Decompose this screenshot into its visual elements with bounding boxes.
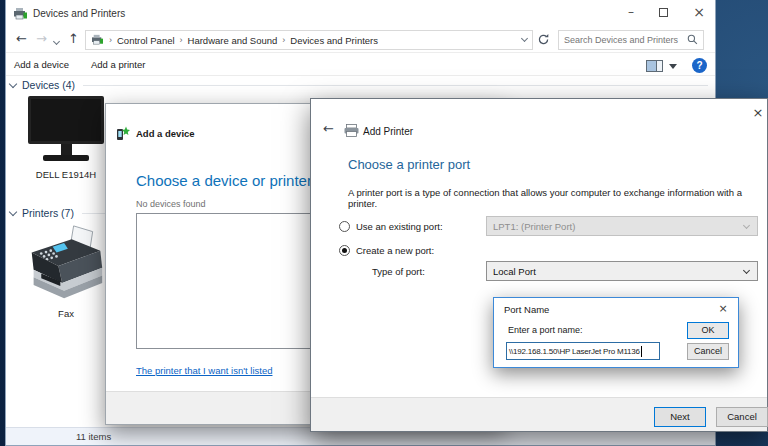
ok-button[interactable]: OK: [687, 322, 729, 339]
chevron-down-icon: [743, 267, 750, 274]
forward-icon[interactable]: [36, 31, 47, 46]
printers-group-label[interactable]: Printers (7): [22, 207, 74, 219]
next-button[interactable]: Next: [654, 407, 706, 427]
view-options-caret-icon[interactable]: [669, 64, 677, 69]
printer-not-listed-link[interactable]: The printer that I want isn't listed: [136, 365, 272, 376]
breadcrumb-control-panel[interactable]: Control Panel: [117, 35, 175, 46]
maximize-icon: [659, 8, 668, 17]
search-icon[interactable]: [687, 34, 698, 47]
collapse-chevron-icon[interactable]: [9, 80, 17, 88]
printer-label: Fax: [20, 308, 112, 319]
text-caret: [641, 346, 642, 357]
choose-printer-port-heading: Choose a printer port: [348, 157, 470, 172]
add-device-dialog-title: Add a device: [136, 128, 195, 139]
create-new-port-label[interactable]: Create a new port:: [356, 245, 434, 256]
devices-group-label[interactable]: Devices (4): [22, 79, 75, 91]
address-dropdown-chevron-icon[interactable]: [521, 35, 528, 42]
address-location-icon: [91, 34, 104, 47]
item-count: 11 items: [76, 431, 111, 442]
back-icon[interactable]: [323, 121, 334, 136]
window-title: Devices and Printers: [33, 8, 125, 19]
breadcrumb-devices-and-printers[interactable]: Devices and Printers: [290, 35, 378, 46]
printer-item-fax[interactable]: Fax: [20, 224, 112, 319]
breadcrumb-separator-icon: ›: [109, 35, 112, 45]
titlebar[interactable]: Devices and Printers: [6, 0, 715, 27]
back-icon[interactable]: [16, 31, 27, 46]
devices-group-header[interactable]: Devices (4): [8, 78, 708, 92]
address-bar[interactable]: › Control Panel › Hardware and Sound › D…: [85, 30, 533, 50]
up-icon[interactable]: [68, 31, 79, 46]
fax-printer-icon: [25, 295, 107, 306]
breadcrumb-separator-icon: ›: [180, 35, 183, 45]
cancel-button[interactable]: Cancel: [716, 407, 768, 427]
navigation-bar: › Control Panel › Hardware and Sound › D…: [6, 27, 715, 53]
existing-port-select: LPT1: (Printer Port): [486, 216, 758, 236]
refresh-icon[interactable]: [537, 33, 555, 48]
search-box[interactable]: [558, 30, 704, 50]
view-options-icon[interactable]: [646, 60, 663, 72]
port-name-value: \\192.168.1.50\HP LaserJet Pro M1136: [509, 347, 640, 356]
chevron-down-icon: [743, 222, 750, 229]
monitor-icon: [22, 96, 110, 161]
port-name-dialog-title: Port Name: [504, 304, 549, 315]
search-input[interactable]: [564, 35, 687, 45]
desktop: Devices and Printers › C: [0, 0, 768, 446]
group-divider: [83, 85, 708, 86]
printer-port-description: A printer port is a type of connection t…: [348, 187, 753, 209]
close-icon[interactable]: [715, 302, 731, 316]
breadcrumb-hardware-and-sound[interactable]: Hardware and Sound: [188, 35, 278, 46]
printer-icon: [344, 124, 359, 139]
cancel-button[interactable]: Cancel: [687, 343, 729, 360]
minimize-button[interactable]: [615, 0, 647, 26]
use-existing-port-radio[interactable]: [339, 221, 350, 232]
add-printer-dialog-title: Add Printer: [363, 126, 413, 137]
type-of-port-select[interactable]: Local Port: [486, 261, 758, 281]
add-printer-dialog: Add Printer Choose a printer port A prin…: [310, 98, 768, 432]
port-name-input[interactable]: \\192.168.1.50\HP LaserJet Pro M1136: [506, 342, 660, 360]
enter-port-name-label: Enter a port name:: [508, 325, 583, 335]
close-icon[interactable]: [747, 104, 768, 122]
type-of-port-label: Type of port:: [372, 266, 425, 277]
type-of-port-value: Local Port: [493, 266, 536, 277]
use-existing-port-label[interactable]: Use an existing port:: [356, 221, 443, 232]
command-bar: Add a device Add a printer: [6, 54, 715, 76]
no-devices-found-text: No devices found: [136, 199, 206, 209]
port-name-dialog: Port Name Enter a port name: OK \\192.16…: [493, 297, 739, 368]
device-item-monitor[interactable]: DELL E1914H: [22, 96, 110, 180]
close-button[interactable]: [681, 0, 717, 26]
devices-printers-icon: [13, 7, 28, 22]
collapse-chevron-icon[interactable]: [9, 208, 17, 216]
help-icon[interactable]: [692, 58, 707, 73]
create-new-port-radio[interactable]: [339, 245, 350, 256]
existing-port-value: LPT1: (Printer Port): [493, 221, 575, 232]
recent-locations-chevron-icon[interactable]: [53, 38, 60, 45]
device-label: DELL E1914H: [22, 169, 110, 180]
add-a-device-button[interactable]: Add a device: [14, 59, 69, 70]
add-device-icon: [116, 126, 130, 143]
breadcrumb-separator-icon: ›: [282, 35, 285, 45]
maximize-button[interactable]: [647, 0, 679, 26]
add-a-printer-button[interactable]: Add a printer: [91, 59, 145, 70]
